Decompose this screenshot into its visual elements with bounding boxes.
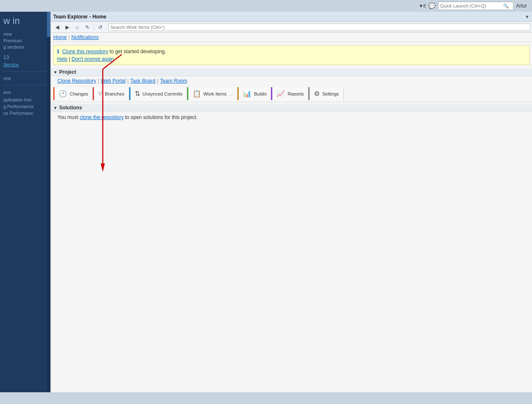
quick-launch-container: 🔍 — [438, 2, 514, 10]
changes-label: Changes — [70, 91, 88, 96]
workitems-more: ... — [229, 91, 233, 96]
quick-launch-search-icon: 🔍 — [503, 3, 509, 9]
te-close-btn[interactable]: ▼ — [525, 14, 529, 19]
te-search-container — [108, 23, 530, 31]
builds-label: Builds — [254, 91, 266, 96]
te-breadcrumb-separator: | — [68, 35, 70, 40]
info-banner: ℹ Clone this repository to get started d… — [53, 45, 529, 65]
solutions-clone-link[interactable]: clone the repository — [80, 114, 124, 120]
solutions-section-label: Solutions — [59, 105, 82, 111]
te-back-btn[interactable]: ◀ — [52, 23, 62, 31]
info-banner-text: ℹ Clone this repository to get started d… — [57, 48, 526, 54]
info-banner-text-after: to get started developing. — [110, 49, 166, 54]
te-title: Team Explorer - Home — [53, 14, 106, 20]
sidebar-scroll-thumb[interactable] — [47, 12, 50, 37]
te-forward-btn[interactable]: ▶ — [63, 23, 72, 31]
sidebar-section2: eos — [3, 90, 47, 95]
sidebar-footer-item: rms — [3, 76, 47, 81]
user-name: Artur — [516, 3, 527, 9]
branches-icon: ⑂ — [98, 90, 102, 98]
web-portal-link[interactable]: Web Portal — [101, 78, 125, 84]
main-layout: w in new Premium g sections. 13 Service … — [0, 12, 532, 392]
sidebar-service-link[interactable]: Service — [3, 62, 47, 67]
nav-tile-changes[interactable]: 🕐 Changes — [53, 87, 93, 100]
project-section-label: Project — [59, 69, 76, 75]
te-breadcrumb: Home | Notifications — [51, 33, 532, 42]
settings-icon: ⚙ — [314, 90, 320, 98]
dont-prompt-link[interactable]: Don't prompt again — [72, 56, 114, 62]
sidebar-content: w in new Premium g sections. 13 Service … — [0, 12, 50, 122]
te-search-input[interactable] — [108, 23, 530, 31]
sidebar-item3: ce Performanc — [3, 111, 47, 116]
sidebar-item1: pplication Insi — [3, 97, 47, 102]
proj-sep-3: | — [157, 78, 158, 84]
nav-tiles: 🕐 Changes ⑂ Branches ⇅ Unsynced Commits … — [51, 85, 532, 102]
system-bar: ▼8 💬 🔍 Artur — [0, 0, 532, 12]
team-explorer-panel: Team Explorer - Home ▼ ◀ ▶ ⌂ ✎ ↺ Home | … — [50, 12, 532, 392]
task-board-link[interactable]: Task Board — [130, 78, 155, 84]
nav-tile-settings[interactable]: ⚙ Settings — [308, 87, 344, 100]
nav-tile-workitems[interactable]: 📋 Work Items ... — [187, 87, 238, 100]
system-bar-right: ▼8 💬 🔍 Artur — [419, 2, 529, 10]
unsynced-icon: ⇅ — [135, 90, 140, 98]
info-banner-sep: | — [69, 56, 70, 62]
sidebar-title: w in — [3, 16, 47, 26]
te-toolbar-separator — [94, 24, 94, 30]
solutions-section-header: ▼ Solutions — [51, 104, 532, 112]
sidebar-badge: 13 — [3, 54, 47, 60]
help-link[interactable]: Help — [57, 56, 68, 62]
changes-icon: 🕐 — [59, 90, 67, 98]
sidebar-item2: g Performance — [3, 104, 47, 109]
builds-icon: 📊 — [243, 90, 251, 98]
notification-icon[interactable]: 💬 — [428, 3, 436, 9]
nav-tile-branches[interactable]: ⑂ Branches — [93, 87, 129, 100]
left-sidebar: w in new Premium g sections. 13 Service … — [0, 12, 50, 392]
reports-label: Reports — [287, 91, 304, 96]
sidebar-divider — [3, 71, 47, 72]
solutions-content: You must clone the repository to open so… — [51, 112, 532, 123]
te-notifications-link[interactable]: Notifications — [71, 34, 99, 40]
project-links: Clone Repository | Web Portal | Task Boa… — [51, 76, 532, 85]
clone-repository-link[interactable]: Clone Repository — [57, 78, 96, 84]
signal-icon: ▼8 — [419, 3, 426, 8]
te-content: ℹ Clone this repository to get started d… — [51, 42, 532, 392]
project-section: ▼ Project Clone Repository | Web Portal … — [51, 68, 532, 102]
solutions-section: ▼ Solutions You must clone the repositor… — [51, 104, 532, 123]
info-icon: ℹ — [57, 48, 59, 54]
clone-repo-link[interactable]: Clone this repository — [62, 49, 108, 54]
workitems-label: Work Items — [203, 91, 227, 96]
quick-launch-input[interactable] — [440, 3, 503, 8]
sidebar-divider2 — [3, 85, 47, 85]
te-refresh-btn[interactable]: ↺ — [96, 23, 105, 31]
solutions-text-before: You must — [57, 114, 80, 120]
proj-sep-2: | — [127, 78, 128, 84]
nav-tile-reports[interactable]: 📈 Reports — [271, 87, 308, 100]
te-home-btn[interactable]: ⌂ — [73, 23, 82, 31]
nav-tile-builds[interactable]: 📊 Builds — [237, 87, 271, 100]
team-room-link[interactable]: Team Room — [160, 78, 188, 84]
te-toolbar: ◀ ▶ ⌂ ✎ ↺ — [51, 22, 532, 33]
sidebar-scrollbar[interactable] — [47, 12, 50, 392]
solutions-text-after: to open solutions for this project. — [125, 114, 198, 120]
branches-label: Branches — [105, 91, 124, 96]
solutions-arrow-icon: ▼ — [53, 106, 57, 110]
settings-label: Settings — [322, 91, 339, 96]
project-arrow-icon: ▼ — [53, 70, 57, 75]
workitems-icon: 📋 — [193, 90, 201, 98]
reports-icon: 📈 — [276, 90, 285, 98]
proj-sep-1: | — [98, 78, 99, 84]
project-section-header: ▼ Project — [51, 68, 532, 76]
te-home-link[interactable]: Home — [53, 34, 67, 40]
nav-tile-unsynced[interactable]: ⇅ Unsynced Commits — [129, 87, 187, 100]
te-pending-btn[interactable]: ✎ — [83, 23, 92, 31]
info-banner-links: Help | Don't prompt again — [57, 56, 526, 62]
sidebar-new: new Premium g sections. — [3, 31, 47, 50]
te-titlebar: Team Explorer - Home ▼ — [51, 12, 532, 22]
unsynced-label: Unsynced Commits — [143, 91, 183, 96]
